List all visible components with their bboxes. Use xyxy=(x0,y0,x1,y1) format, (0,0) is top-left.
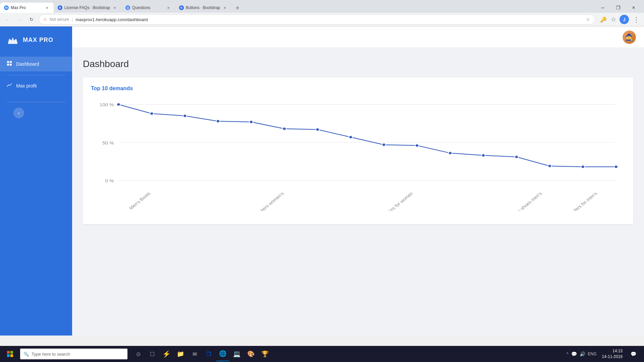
app-icon-9[interactable]: 🏆 xyxy=(258,347,272,361)
chart-dot xyxy=(548,165,551,168)
chart-icon xyxy=(7,82,12,89)
tab-title: License FAQs · Bootstrap xyxy=(64,5,110,10)
tab-title: Questions xyxy=(132,5,164,10)
brand-name: MAX PRO xyxy=(23,37,53,44)
tab-close-button[interactable]: ✕ xyxy=(222,5,227,10)
page-title: Dashboard xyxy=(83,59,633,69)
tab-favicon: B xyxy=(179,5,184,10)
bookmark-icon[interactable]: ☆ xyxy=(585,16,591,23)
chart-dot xyxy=(415,144,419,147)
chart-dot xyxy=(614,165,618,168)
chart-dot xyxy=(282,127,286,130)
user-avatar[interactable]: 🧙 xyxy=(623,31,636,44)
svg-text:Men's Boots: Men's Boots xyxy=(128,191,152,210)
maximize-button[interactable]: ❐ xyxy=(610,3,626,13)
taskbar-icons: ⊙ ☐ ⚡ 📁 ✉ ❐ 🌐 💻 🎨 🏆 xyxy=(131,347,272,361)
taskbar-icon-2[interactable]: ☐ xyxy=(146,347,159,361)
sidebar-nav: Dashboard Max profit xyxy=(0,53,72,97)
sidebar-item-maxprofit[interactable]: Max profit xyxy=(0,78,72,93)
search-bar[interactable]: 🔍 Type here to search xyxy=(20,349,127,359)
browser-tab-tab1[interactable]: MMax Pro✕ xyxy=(0,3,54,13)
svg-text:100 %: 100 % xyxy=(100,103,114,107)
tab-title: Max Pro xyxy=(11,5,42,10)
chart-dot xyxy=(249,120,253,123)
refresh-button[interactable]: ↻ xyxy=(27,15,36,24)
avatar-image: 🧙 xyxy=(623,31,636,44)
svg-rect-2 xyxy=(10,61,12,63)
chrome-icon[interactable]: 🌐 xyxy=(216,347,229,361)
chart-card: Top 10 demands 100 % 50 % 0 % xyxy=(83,77,633,224)
vscode-icon[interactable]: 💻 xyxy=(230,347,244,361)
back-button[interactable]: ← xyxy=(3,15,12,24)
tab-favicon: Q xyxy=(125,5,130,10)
sidebar-item-label-maxprofit: Max profit xyxy=(16,83,37,88)
taskbar-tray: ^ 💬 🔊 ENG 14:13 14-11-2019 💬 xyxy=(567,347,641,361)
add-tab-button[interactable]: + xyxy=(233,3,242,13)
dropbox-icon[interactable]: ❐ xyxy=(202,347,215,361)
content-area: Dashboard Top 10 demands 100 % 50 % 0 % xyxy=(72,48,644,336)
address-bar: ← → ↻ ⚠ Not secure | maxprov1.herokuapp.… xyxy=(0,13,644,26)
chart-dot xyxy=(183,114,187,117)
svg-rect-4 xyxy=(10,64,12,66)
svg-rect-1 xyxy=(7,61,9,63)
svg-rect-3 xyxy=(7,64,9,66)
chart-title: Top 10 demands xyxy=(91,85,625,92)
svg-rect-16 xyxy=(7,351,10,354)
tray-lang[interactable]: ENG xyxy=(588,352,597,356)
mail-icon[interactable]: ✉ xyxy=(188,347,201,361)
profile-avatar[interactable]: J xyxy=(620,15,629,24)
separator: | xyxy=(72,17,73,22)
tray-chat[interactable]: 💬 xyxy=(571,351,577,357)
security-icon: ⚠ xyxy=(43,17,47,22)
svg-rect-18 xyxy=(7,354,10,357)
browser-tab-tab4[interactable]: BButtons · Bootstrap✕ xyxy=(175,3,231,13)
sidebar-collapse-button[interactable]: ‹ xyxy=(13,108,24,118)
taskbar: 🔍 Type here to search ⊙ ☐ ⚡ 📁 ✉ ❐ 🌐 💻 🎨 … xyxy=(0,346,644,362)
tab-favicon: M xyxy=(4,5,9,10)
tab-close-button[interactable]: ✕ xyxy=(44,5,50,10)
notification-center[interactable]: 💬 xyxy=(628,347,639,361)
crown-icon xyxy=(7,34,19,46)
minimize-button[interactable]: – xyxy=(595,3,610,13)
star-icon[interactable]: ☆ xyxy=(610,15,617,24)
close-button[interactable]: ✕ xyxy=(626,3,641,13)
svg-text:50 %: 50 % xyxy=(102,140,114,145)
menu-icon[interactable]: ⋮ xyxy=(632,14,641,25)
tab-title: Buttons · Bootstrap xyxy=(186,5,220,10)
sidebar-divider-2 xyxy=(7,102,65,102)
task-view-button[interactable]: ⊙ xyxy=(131,347,145,361)
key-icon: 🔑 xyxy=(599,16,607,23)
sidebar-item-dashboard[interactable]: Dashboard xyxy=(0,57,72,71)
forward-button[interactable]: → xyxy=(15,15,24,24)
security-label: Not secure xyxy=(50,17,69,22)
clock[interactable]: 14:13 14-11-2019 xyxy=(599,348,625,360)
tray-volume[interactable]: 🔊 xyxy=(580,351,585,357)
sidebar-item-label: Dashboard xyxy=(16,61,39,67)
tab-favicon: B xyxy=(58,5,62,10)
address-box[interactable]: ⚠ Not secure | maxprov1.herokuapp.com/da… xyxy=(39,14,595,24)
svg-text:Sneakers women's: Sneakers women's xyxy=(251,191,285,211)
browser-tab-tab3[interactable]: QQuestions✕ xyxy=(121,3,175,13)
tray-expand[interactable]: ^ xyxy=(567,352,569,356)
svg-rect-0 xyxy=(8,43,17,44)
taskbar-icon-3[interactable]: ⚡ xyxy=(160,347,173,361)
top-bar: 🧙 xyxy=(72,26,644,48)
tab-close-button[interactable]: ✕ xyxy=(112,5,117,10)
chart-dot xyxy=(482,154,485,157)
file-explorer-icon[interactable]: 📁 xyxy=(174,347,187,361)
svg-rect-17 xyxy=(10,351,13,354)
line-chart: 100 % 50 % 0 % Men's Boots Sneakers wome… xyxy=(91,97,625,211)
app-container: MAX PRO Dashboard xyxy=(0,26,644,336)
svg-text:loafers for men's: loafers for men's xyxy=(568,191,598,211)
chart-dot xyxy=(316,128,319,131)
address-text[interactable]: maxprov1.herokuapp.com/dashboard xyxy=(75,17,583,22)
sidebar-logo: MAX PRO xyxy=(0,26,72,53)
chart-dot xyxy=(515,156,518,159)
tab-close-button[interactable]: ✕ xyxy=(166,5,171,10)
browser-chrome: MMax Pro✕BLicense FAQs · Bootstrap✕QQues… xyxy=(0,0,644,26)
search-icon: 🔍 xyxy=(23,352,29,357)
chart-dot xyxy=(150,112,154,115)
start-button[interactable] xyxy=(3,347,17,361)
figma-icon[interactable]: 🎨 xyxy=(244,347,258,361)
browser-tab-tab2[interactable]: BLicense FAQs · Bootstrap✕ xyxy=(54,3,121,13)
